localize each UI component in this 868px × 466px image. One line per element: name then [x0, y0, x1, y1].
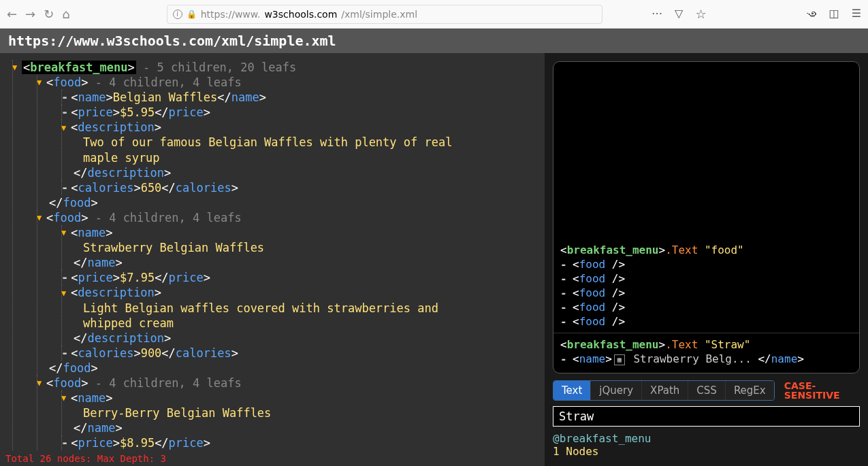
result-item[interactable]: <food /> — [560, 286, 852, 300]
chevron-down-icon[interactable]: ▼ — [61, 288, 71, 299]
chevron-down-icon[interactable]: ▼ — [61, 123, 71, 134]
case-sensitive-label[interactable]: CASE-SENSITIVE — [784, 381, 840, 400]
search-tabs: TextjQueryXPathCSSRegEx — [553, 380, 775, 401]
side-panel: <breakfast_menu>.Text "food" <food /><fo… — [545, 53, 868, 466]
home-icon[interactable]: ⌂ — [62, 7, 69, 21]
status-bar: Total 26 nodes: Max Depth: 3 — [5, 452, 166, 465]
tab-css[interactable]: CSS — [688, 381, 726, 400]
tree-summary: - 4 children, 4 leafs — [88, 76, 241, 89]
more-icon[interactable]: ⋯ — [652, 7, 662, 21]
tree-root-tag[interactable]: <breakfast_menu> — [22, 61, 136, 74]
lock-icon: 🔒 — [187, 10, 197, 19]
pocket-icon[interactable]: ▽ — [675, 7, 683, 21]
tab-xpath[interactable]: XPath — [642, 381, 688, 400]
xml-tree[interactable]: ▼<breakfast_menu> - 5 children, 20 leafs… — [0, 60, 545, 450]
search-tab-row: TextjQueryXPathCSSRegEx CASE-SENSITIVE — [553, 380, 860, 401]
result-item[interactable]: <food /> — [560, 271, 852, 286]
url-host: w3schools.com — [264, 9, 337, 20]
search-input[interactable] — [553, 406, 860, 427]
food-tag[interactable]: <food> — [46, 376, 88, 390]
chrome-right-icons: ⋯ ▽ ☆ ꣼ ◫ ☰ — [652, 7, 861, 21]
result-box: <breakfast_menu>.Text "food" <food /><fo… — [553, 61, 860, 373]
result-header-2: <breakfast_menu>.Text "Straw" — [560, 337, 852, 352]
url-post: /xml/simple.xml — [341, 9, 417, 20]
back-icon[interactable]: ← — [7, 7, 17, 21]
node-icon: ▦ — [614, 354, 625, 365]
reload-icon[interactable]: ↻ — [44, 7, 54, 21]
chevron-down-icon[interactable]: ▼ — [37, 378, 46, 389]
url-pre: https://www. — [201, 9, 261, 20]
info-icon[interactable]: i — [173, 10, 182, 19]
chevron-down-icon[interactable]: ▼ — [37, 78, 46, 88]
tab-regex[interactable]: RegEx — [726, 381, 774, 400]
browser-chrome: ← → ↻ ⌂ i 🔒 https://www.w3schools.com/xm… — [0, 0, 868, 29]
result-item[interactable]: <food /> — [560, 314, 852, 329]
tab-text[interactable]: Text — [553, 381, 591, 400]
tree-summary: - 4 children, 4 leafs — [88, 211, 241, 224]
food-tag[interactable]: <food> — [46, 211, 88, 224]
chevron-down-icon[interactable]: ▼ — [37, 213, 46, 224]
result-header-1: <breakfast_menu>.Text "food" — [560, 243, 852, 257]
chevron-down-icon[interactable]: ▼ — [61, 393, 71, 404]
chevron-down-icon[interactable]: ▼ — [12, 63, 22, 73]
chevron-down-icon[interactable]: ▼ — [61, 228, 71, 239]
xml-tree-pane: ▼<breakfast_menu> - 5 children, 20 leafs… — [0, 53, 545, 466]
result-item[interactable]: <food /> — [560, 257, 852, 271]
forward-icon[interactable]: → — [25, 7, 35, 21]
address-bar[interactable]: i 🔒 https://www.w3schools.com/xml/simple… — [167, 5, 602, 24]
library-icon[interactable]: ꣼ — [806, 7, 817, 21]
tree-summary: - 4 children, 4 leafs — [88, 376, 241, 390]
search-result-meta: @breakfast_menu 1 Nodes — [553, 432, 860, 458]
bookmark-icon[interactable]: ☆ — [695, 7, 706, 21]
tab-jquery[interactable]: jQuery — [591, 381, 642, 400]
result-item[interactable]: <name>▦ Strawberry Belg... </name> — [560, 352, 852, 366]
sidebar-icon[interactable]: ◫ — [829, 7, 839, 21]
food-tag[interactable]: <food> — [46, 76, 88, 89]
menu-icon[interactable]: ☰ — [852, 7, 861, 21]
result-item[interactable]: <food /> — [560, 300, 852, 314]
page-title: https://www.w3schools.com/xml/simple.xml — [0, 29, 868, 53]
tree-summary: - 5 children, 20 leafs — [136, 61, 296, 74]
